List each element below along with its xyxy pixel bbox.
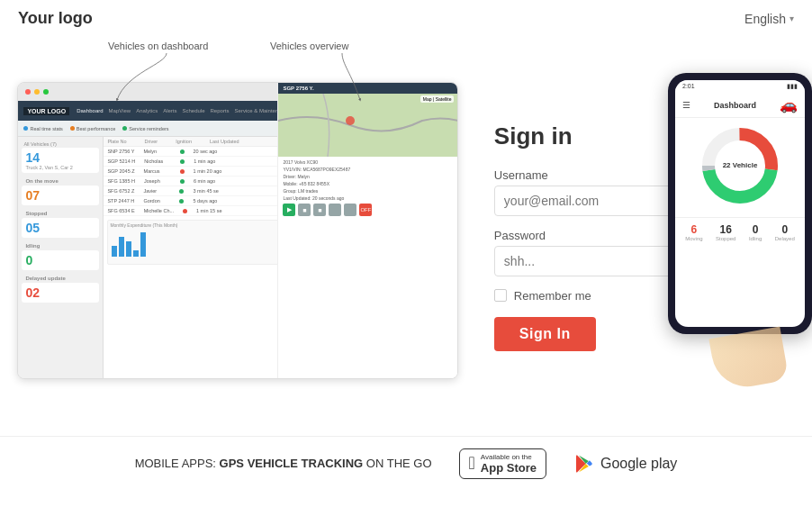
status-icon-inactive3	[329, 204, 341, 216]
appstore-badge[interactable]:  Available on the App Store	[459, 448, 546, 479]
idling-count: 0	[25, 253, 95, 267]
off-icon: OFF	[360, 207, 371, 213]
svg-rect-0	[112, 246, 117, 257]
status-dot-green	[180, 159, 185, 164]
row-time: 6 min ago	[194, 178, 221, 184]
all-vehicles-label: All Vehicles (7)	[22, 140, 99, 148]
stopped-label: Stopped	[716, 236, 735, 241]
mockup-logo-label: YOUR LOGO	[23, 107, 69, 115]
row-plate: SNP 2756 Y	[107, 149, 134, 154]
logo: Your logo	[18, 9, 93, 28]
svg-rect-4	[140, 232, 146, 257]
sidebar-stat-stopped: 05	[22, 218, 99, 238]
idling-header: Idling	[22, 241, 99, 250]
subheader-dot-3	[122, 126, 127, 131]
remember-me-label: Remember me	[514, 289, 591, 303]
col-ignition: Ignition	[176, 139, 192, 144]
nav-alerts: Alerts	[163, 108, 176, 113]
row-driver: Melyn	[144, 149, 171, 154]
phone-stat-idling: 0 Idling	[749, 223, 762, 241]
language-selector[interactable]: English ▾	[744, 12, 794, 26]
svg-rect-7	[278, 94, 457, 157]
subheader-service: Service reminders	[122, 126, 168, 131]
status-dot-green	[180, 179, 185, 184]
svg-rect-3	[133, 250, 139, 257]
google-play-icon	[573, 453, 595, 475]
bottom-text: MOBILE APPS: GPS VEHICLE TRACKING ON THE…	[135, 457, 432, 470]
row-plate: SGP 2045 Z	[107, 168, 134, 174]
row-plate: STP 2447 H	[107, 198, 134, 204]
status-dot-green	[179, 189, 184, 194]
row-plate: SGP 5214 H	[107, 158, 135, 164]
svg-point-8	[346, 116, 355, 125]
row-time: 1 min 15 se	[196, 208, 223, 213]
status-icon-inactive2: ■	[313, 204, 326, 216]
col-lastupdate: Last Updated	[210, 139, 239, 144]
bottom-bar: MOBILE APPS: GPS VEHICLE TRACKING ON THE…	[0, 436, 812, 490]
nav-mapview: MapView	[109, 108, 131, 113]
subheader-dot-1	[23, 126, 28, 131]
row-time: 1 min 20 ago	[194, 168, 222, 174]
all-vehicles-sub: Truck 2, Van S, Car 2	[25, 165, 95, 170]
stopped-header: Stopped	[22, 209, 99, 218]
status-icons-row: ▶ ■ ■ OFF	[283, 204, 453, 216]
mockup-body: All Vehicles (7) 14 Truck 2, Van S, Car …	[18, 137, 457, 379]
map-area: Map | Satellite	[278, 94, 457, 157]
row-time: 3 min 45 se	[193, 188, 220, 194]
delayed-count: 0	[781, 223, 788, 236]
status-dot-red	[180, 169, 185, 174]
annotation-vehicles-dashboard: Vehicles on dashboard	[108, 41, 208, 51]
svg-rect-2	[126, 241, 131, 257]
detail-header: SGP 2756 Y.	[278, 83, 457, 94]
row-driver: Nicholas	[144, 158, 171, 164]
phone-screen: 2:01 ▮▮▮ ☰ Dashboard 🚗	[675, 80, 805, 327]
phone-mockup: 2:01 ▮▮▮ ☰ Dashboard 🚗	[668, 73, 812, 334]
idling-label: Idling	[749, 236, 762, 241]
maximize-dot	[43, 89, 49, 95]
vehicle-detail-panel: SGP 2756 Y. Map | Satellite 201	[277, 83, 457, 378]
minimize-dot	[34, 89, 40, 95]
map-svg	[278, 94, 457, 157]
status-dot-green	[180, 149, 185, 154]
right-section: Sign in Username Password Remember me Si…	[485, 37, 803, 436]
appstore-text: Available on the App Store	[481, 453, 537, 475]
delayed-label: Delayed	[775, 236, 795, 241]
remember-me-checkbox[interactable]	[494, 289, 507, 302]
detail-info: 2017 Volvo XC90 YV1/VIN: MCA5687PO9EX254…	[278, 157, 457, 219]
left-section: Vehicles on dashboard Vehicles overview	[9, 37, 467, 436]
mockup-sidebar: All Vehicles (7) 14 Truck 2, Van S, Car …	[18, 137, 104, 379]
subheader-performance: Best performance	[70, 126, 115, 131]
svg-rect-1	[119, 237, 124, 257]
moving-count: 6	[691, 223, 698, 236]
on-move-header: On the move	[22, 177, 99, 186]
row-plate: SFG 1385 H	[107, 178, 135, 184]
phone-statusbar: 2:01 ▮▮▮	[675, 80, 805, 93]
signin-button[interactable]: Sign In	[494, 317, 596, 351]
googleplay-badge[interactable]: Google play	[573, 453, 677, 475]
inactive-icon: ■	[302, 207, 306, 213]
all-vehicles-count: 14	[25, 150, 95, 165]
row-driver: Marcus	[144, 168, 171, 174]
bar-chart-svg	[110, 228, 276, 259]
detail-lastupdate: Last Updated: 20 seconds ago	[283, 195, 344, 201]
sidebar-stat-delayed: 02	[22, 283, 99, 303]
status-icon-off: OFF	[359, 204, 372, 216]
detail-vin-row: YV1/VIN: MCA5687PO9EX25487	[283, 167, 453, 172]
status-dot-green	[179, 199, 184, 204]
idling-count: 0	[753, 223, 759, 236]
detail-driver: Driver: Melyn	[283, 174, 309, 179]
row-driver: Gordon	[143, 198, 170, 204]
status-icon-inactive4	[344, 204, 356, 216]
phone-chart-area: 22 Vehicle	[675, 118, 805, 213]
stopped-count: 16	[720, 223, 732, 236]
subheader-realtime: Real time stats	[23, 126, 62, 131]
sidebar-stat-all: 14 Truck 2, Van S, Car 2	[22, 148, 99, 173]
phone-title: Dashboard	[714, 101, 756, 110]
nav-reports: Reports	[211, 108, 230, 113]
phone-stat-moving: 6 Moving	[685, 223, 702, 241]
row-plate: SFG 6534 E	[107, 208, 134, 213]
donut-label: 22 Vehicle	[723, 161, 758, 170]
subheader-dot-2	[70, 126, 75, 131]
nav-analytics: Analytics	[136, 108, 158, 113]
phone-stats: 6 Moving 16 Stopped 0 Idling 0 Delayed	[675, 217, 805, 247]
